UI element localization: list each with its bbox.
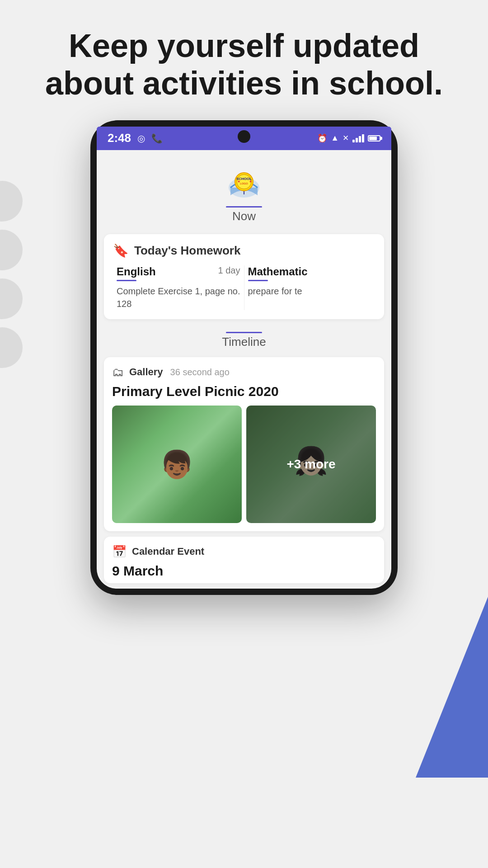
math-underline <box>248 280 268 281</box>
whatsapp-icon: 📞 <box>151 133 163 144</box>
heading-line2: about activities in school. <box>45 65 443 101</box>
more-count: +3 more <box>286 457 335 472</box>
english-detail: Complete Exercise 1, page no. 128 <box>117 286 240 309</box>
homework-card: 🔖 Today's Homework English 1 day Complet… <box>104 234 384 319</box>
phone-frame: 2:48 ◎ 📞 ⏰ ▲ ✕ <box>90 120 398 595</box>
english-name: English <box>117 265 156 278</box>
more-overlay: +3 more <box>246 406 376 523</box>
gallery-time: 36 second ago <box>170 367 230 377</box>
english-underline <box>117 280 136 281</box>
subject-math[interactable]: Mathematic prepare for te <box>244 265 375 310</box>
signal-bar-1 <box>352 140 355 142</box>
app-header: SCHOOL LOGO ★ ★ Now <box>97 150 391 228</box>
gallery-icon: 🗂 <box>112 365 124 379</box>
calendar-icon: 📅 <box>112 545 127 559</box>
timeline-underline <box>226 332 262 333</box>
battery-icon <box>368 135 380 142</box>
gallery-images: +3 more <box>112 406 376 523</box>
page-heading: Keep yourself updated about activities i… <box>0 0 488 120</box>
calendar-meta-row: 📅 Calendar Event <box>112 545 376 559</box>
app-content: SCHOOL LOGO ★ ★ Now 🔖 Today's Homework <box>97 150 391 589</box>
gallery-label: Gallery <box>129 366 163 378</box>
status-right: ⏰ ▲ ✕ <box>317 133 380 143</box>
signal-bars <box>352 134 364 142</box>
calendar-card[interactable]: 📅 Calendar Event 9 March <box>104 537 384 583</box>
svg-text:LOGO: LOGO <box>240 182 248 185</box>
status-left: 2:48 ◎ 📞 <box>108 131 163 145</box>
location-icon: ◎ <box>137 133 145 144</box>
bg-decoration-triangle <box>416 597 488 778</box>
english-days: 1 day <box>218 265 240 276</box>
homework-icon: 🔖 <box>113 243 129 258</box>
gallery-card[interactable]: 🗂 Gallery 36 second ago Primary Level Pi… <box>104 357 384 531</box>
calendar-date: 9 March <box>112 563 376 583</box>
gallery-meta-row: 🗂 Gallery 36 second ago <box>112 365 376 379</box>
now-tab[interactable]: Now <box>226 206 262 223</box>
homework-card-title: Today's Homework <box>134 244 240 258</box>
homework-title-row: 🔖 Today's Homework <box>113 243 375 258</box>
subjects-row: English 1 day Complete Exercise 1, page … <box>113 265 375 310</box>
heading-line1: Keep yourself updated <box>69 28 419 64</box>
school-logo: SCHOOL LOGO ★ ★ <box>224 163 264 203</box>
camera-notch <box>238 130 250 143</box>
english-header: English 1 day <box>117 265 240 278</box>
gallery-photo-1[interactable] <box>112 406 242 523</box>
subject-english[interactable]: English 1 day Complete Exercise 1, page … <box>113 265 244 310</box>
svg-text:★: ★ <box>249 179 252 184</box>
svg-text:★: ★ <box>237 179 240 184</box>
now-label: Now <box>232 209 256 223</box>
gallery-photo-2[interactable]: +3 more <box>246 406 376 523</box>
phone-wrapper: 2:48 ◎ 📞 ⏰ ▲ ✕ <box>0 120 488 595</box>
now-underline <box>226 206 262 208</box>
status-time: 2:48 <box>108 131 131 145</box>
timeline-section-header: Timeline <box>97 326 391 352</box>
math-name: Mathematic <box>248 265 308 278</box>
signal-bar-3 <box>359 136 361 142</box>
wifi-icon: ▲ <box>331 133 339 143</box>
math-header: Mathematic <box>248 265 372 278</box>
timeline-label: Timeline <box>222 335 266 349</box>
signal-bar-2 <box>356 138 358 142</box>
signal-bar-4 <box>362 134 364 142</box>
gallery-title: Primary Level Picnic 2020 <box>112 384 376 399</box>
status-bar: 2:48 ◎ 📞 ⏰ ▲ ✕ <box>97 127 391 150</box>
alarm-icon: ⏰ <box>317 133 327 143</box>
calendar-label: Calendar Event <box>132 546 204 557</box>
signal-x-icon: ✕ <box>343 133 349 143</box>
math-detail: prepare for te <box>248 286 302 296</box>
